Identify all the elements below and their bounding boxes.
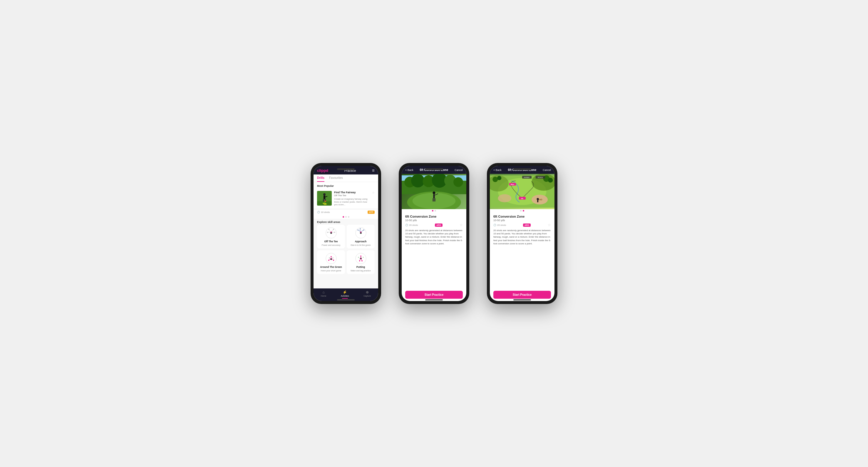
detail-yds-3: 10-50 yds bbox=[493, 219, 551, 222]
back-button-2[interactable]: < Back bbox=[405, 169, 413, 171]
drill-star[interactable]: ☆ bbox=[372, 191, 375, 194]
dot-3-1 bbox=[520, 210, 522, 211]
skill-grid: Off The Tee Power and accuracy bbox=[313, 225, 378, 276]
drill-map: Hit Miss FAIRWAY ROUGH SAND bbox=[490, 174, 555, 209]
dot-2 bbox=[345, 216, 347, 218]
svg-rect-6 bbox=[325, 199, 326, 201]
svg-point-30 bbox=[332, 258, 333, 259]
detail-title-3: 6ft Conversion Zone bbox=[508, 168, 536, 171]
drill-title: Find The Fairway bbox=[334, 191, 370, 194]
phone-1: clippd Practice ☰ Drills Favourites Most… bbox=[311, 163, 381, 304]
badge-arg-3: ARG bbox=[523, 224, 531, 227]
drill-thumb-image bbox=[317, 191, 332, 206]
star-button-2[interactable]: ☆ bbox=[460, 223, 463, 227]
svg-rect-79 bbox=[537, 200, 538, 202]
skill-card-approach[interactable]: Approach Dial-in to hit the green bbox=[347, 225, 375, 248]
phone1-header: clippd Practice ☰ bbox=[313, 166, 378, 174]
start-practice-button-2[interactable]: Start Practice bbox=[405, 291, 463, 299]
star-button-3[interactable]: ☆ bbox=[548, 223, 551, 227]
logo: clippd bbox=[317, 168, 328, 173]
golf-map-svg: Hit Miss FAIRWAY ROUGH SAND bbox=[490, 174, 555, 209]
svg-point-51 bbox=[454, 177, 463, 187]
svg-point-64 bbox=[498, 194, 512, 202]
detail-meta-3: 🕐 20 shots ARG ☆ bbox=[493, 223, 551, 227]
featured-drill-card[interactable]: Find The Fairway Off The Tee Create an i… bbox=[313, 189, 378, 208]
tab-favourites[interactable]: Favourites bbox=[329, 174, 343, 182]
phone-1-screen: clippd Practice ☰ Drills Favourites Most… bbox=[313, 166, 378, 301]
detail-desc-2: 20 shots are randomly generated at dista… bbox=[405, 229, 463, 245]
nav-home[interactable]: ⌂ Home bbox=[321, 290, 327, 299]
golfer-svg bbox=[317, 191, 332, 206]
activities-icon: ⚡ bbox=[343, 290, 347, 294]
svg-rect-5 bbox=[323, 199, 324, 201]
phone-3-screen: < Back 6ft Conversion Zone Cancel bbox=[490, 166, 555, 301]
phones-container: clippd Practice ☰ Drills Favourites Most… bbox=[311, 163, 557, 304]
nav-capture[interactable]: ⊕ Capture bbox=[364, 290, 371, 299]
skill-card-ott[interactable]: Off The Tee Power and accuracy bbox=[317, 225, 345, 248]
ott-icon bbox=[325, 227, 337, 239]
svg-point-29 bbox=[329, 258, 330, 259]
start-practice-button-3[interactable]: Start Practice bbox=[493, 291, 551, 299]
drill-photo bbox=[402, 174, 466, 209]
putting-icon bbox=[355, 253, 367, 264]
svg-point-78 bbox=[537, 198, 539, 200]
nav-activities[interactable]: ⚡ Activities bbox=[341, 290, 349, 299]
badge-arg-2: ARG bbox=[435, 224, 442, 227]
svg-text:Miss: Miss bbox=[511, 184, 514, 185]
svg-text:ROUGH: ROUGH bbox=[538, 177, 543, 178]
header-title: Practice bbox=[344, 169, 356, 172]
dot-3 bbox=[348, 216, 349, 218]
svg-point-66 bbox=[497, 176, 502, 180]
badge-ott: OTT bbox=[368, 210, 375, 214]
detail-desc-3: 20 shots are randomly generated at dista… bbox=[493, 229, 551, 245]
detail-dots-3 bbox=[490, 209, 555, 212]
svg-text:FAIRWAY: FAIRWAY bbox=[524, 177, 530, 178]
detail-body-3: 6ft Conversion Zone 10-50 yds 🕐 20 shots… bbox=[490, 212, 555, 291]
phone-3: < Back 6ft Conversion Zone Cancel bbox=[487, 163, 557, 304]
back-button-3[interactable]: < Back bbox=[493, 169, 502, 171]
svg-point-39 bbox=[358, 257, 359, 258]
svg-rect-1 bbox=[317, 201, 332, 206]
capture-icon: ⊕ bbox=[366, 290, 369, 294]
cancel-button-2[interactable]: Cancel bbox=[455, 169, 463, 171]
drill-subtitle: Off The Tee bbox=[334, 194, 370, 197]
dot-2-1 bbox=[432, 210, 433, 211]
skill-card-atg[interactable]: Around The Green Hone your short game bbox=[317, 250, 345, 274]
svg-rect-55 bbox=[433, 194, 435, 198]
skill-name-approach: Approach bbox=[355, 240, 367, 243]
detail-yds-2: 10-50 yds bbox=[405, 219, 463, 222]
tab-drills[interactable]: Drills bbox=[317, 174, 324, 182]
cancel-button-3[interactable]: Cancel bbox=[543, 169, 551, 171]
svg-point-22 bbox=[363, 229, 364, 231]
skill-name-ott: Off The Tee bbox=[324, 240, 338, 243]
detail-title-2: 6ft Conversion Zone bbox=[420, 168, 448, 171]
svg-rect-58 bbox=[434, 198, 435, 201]
svg-point-23 bbox=[360, 228, 361, 229]
detail-dots-2 bbox=[402, 209, 466, 212]
svg-point-21 bbox=[357, 229, 359, 231]
skill-desc-approach: Dial-in to hit the green bbox=[350, 244, 371, 246]
drill-info: Find The Fairway Off The Tee Create an i… bbox=[334, 191, 370, 206]
svg-point-2 bbox=[323, 193, 326, 196]
detail-drill-title-3: 6ft Conversion Zone bbox=[493, 215, 551, 218]
detail-shots-2: 🕐 20 shots bbox=[405, 224, 418, 227]
atg-icon bbox=[325, 253, 337, 264]
svg-point-65 bbox=[493, 177, 498, 182]
svg-point-20 bbox=[360, 231, 362, 233]
dot-2-2 bbox=[435, 210, 436, 211]
clock-icon: 🕐 bbox=[317, 211, 320, 213]
hamburger-icon[interactable]: ☰ bbox=[372, 169, 375, 172]
carousel-dots bbox=[313, 215, 378, 219]
svg-point-68 bbox=[548, 178, 553, 183]
svg-point-13 bbox=[331, 231, 332, 233]
svg-point-47 bbox=[411, 174, 425, 188]
skill-desc-atg: Hone your short game bbox=[321, 270, 341, 272]
svg-text:Hit: Hit bbox=[521, 198, 523, 199]
nav-home-label: Home bbox=[321, 295, 327, 297]
detail-header-2: < Back 6ft Conversion Zone Cancel bbox=[402, 166, 466, 174]
skill-card-putting[interactable]: Putting Make and lag practice bbox=[347, 250, 375, 274]
skill-name-atg: Around The Green bbox=[320, 266, 342, 268]
drill-thumbnail bbox=[317, 191, 332, 206]
clock-icon-3: 🕐 bbox=[493, 224, 496, 227]
skill-desc-ott: Power and accuracy bbox=[322, 244, 340, 246]
